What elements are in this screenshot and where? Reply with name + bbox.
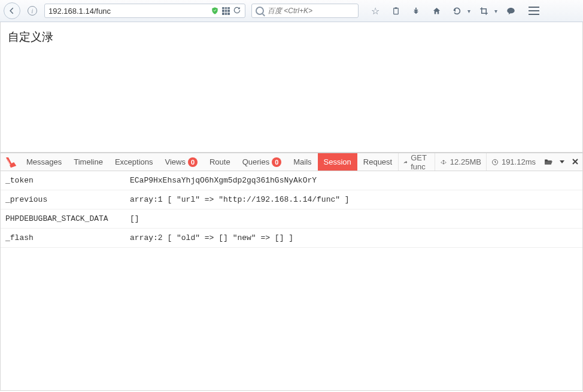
meta-request[interactable]: GET func [398, 153, 435, 171]
tab-mails[interactable]: Mails [287, 153, 317, 171]
tab-session[interactable]: Session [318, 153, 357, 171]
tab-queries-label: Queries [242, 157, 270, 166]
close-icon[interactable] [572, 157, 579, 167]
page-heading: 自定义渌 [8, 29, 575, 45]
url-input[interactable] [45, 7, 207, 16]
debugbar-header: Messages Timeline Exceptions Views 0 Rou… [1, 153, 582, 171]
session-key: _flash [5, 233, 130, 242]
menu-icon[interactable] [529, 7, 539, 15]
shield-icon[interactable] [211, 7, 219, 15]
nav-buttons [4, 2, 20, 19]
meta-memory-text: 12.25MB [450, 157, 481, 166]
debugbar-tabs: Messages Timeline Exceptions Views 0 Rou… [20, 153, 398, 171]
qr-icon[interactable] [222, 7, 230, 15]
tab-messages[interactable]: Messages [20, 153, 68, 171]
browser-toolbar: i ☆ ▾ ▾ [0, 0, 583, 22]
download-icon[interactable] [409, 4, 423, 18]
session-value: array:1 [ "url" => "http://192.168.1.14/… [130, 195, 578, 204]
tab-request[interactable]: Request [357, 153, 398, 171]
tab-route[interactable]: Route [204, 153, 236, 171]
tab-exceptions[interactable]: Exceptions [109, 153, 159, 171]
debugbar-body: _token ECaP9HxEhsaYhjqO6hXgm5dp2gq361hGs… [1, 171, 582, 390]
session-value: ECaP9HxEhsaYhjqO6hXgm5dp2gq361hGsNyAkOrY [130, 176, 578, 185]
crop-dropdown-icon[interactable]: ▾ [494, 8, 497, 14]
svg-rect-0 [393, 8, 398, 14]
meta-time: 191.12ms [486, 153, 541, 171]
session-key: _token [5, 176, 130, 185]
session-value: array:2 [ "old" => [] "new" => [] ] [130, 233, 578, 242]
url-bar-icons [207, 6, 245, 16]
info-icon[interactable]: i [28, 6, 37, 16]
debugbar-meta: GET func 12.25MB 191.12ms [398, 153, 582, 171]
refresh-icon[interactable] [233, 6, 241, 16]
svg-rect-1 [394, 7, 397, 9]
session-key: PHPDEBUGBAR_STACK_DATA [5, 214, 130, 223]
meta-request-text: GET func [411, 153, 430, 171]
toolbar-right-icons: ☆ ▾ ▾ [368, 4, 539, 18]
meta-time-text: 191.12ms [502, 157, 536, 166]
star-icon[interactable]: ☆ [368, 4, 382, 18]
tab-views[interactable]: Views 0 [159, 153, 204, 171]
search-icon [256, 7, 264, 15]
debugbar: Messages Timeline Exceptions Views 0 Rou… [0, 153, 583, 391]
search-input[interactable] [268, 7, 358, 15]
clipboard-icon[interactable] [388, 4, 403, 18]
session-row[interactable]: PHPDEBUGBAR_STACK_DATA [] [1, 209, 582, 229]
home-icon[interactable] [429, 4, 444, 18]
tab-timeline[interactable]: Timeline [68, 153, 109, 171]
session-key: _previous [5, 195, 130, 204]
undo-icon[interactable] [450, 4, 464, 18]
session-row[interactable]: _flash array:2 [ "old" => [] "new" => []… [1, 229, 582, 248]
tab-queries[interactable]: Queries 0 [236, 153, 288, 171]
queries-badge: 0 [272, 157, 281, 167]
url-bar [44, 4, 245, 18]
debugbar-controls [541, 157, 582, 167]
meta-memory: 12.25MB [435, 153, 486, 171]
folder-icon[interactable] [544, 157, 552, 167]
session-row[interactable]: _token ECaP9HxEhsaYhjqO6hXgm5dp2gq361hGs… [1, 171, 582, 190]
session-row[interactable]: _previous array:1 [ "url" => "http://192… [1, 190, 582, 209]
views-badge: 0 [188, 157, 198, 167]
bubble-icon[interactable] [503, 4, 518, 18]
page-content: 自定义渌 [0, 22, 583, 153]
session-value: [] [130, 214, 578, 223]
collapse-icon[interactable] [558, 157, 566, 167]
tab-views-label: Views [165, 157, 186, 166]
back-button[interactable] [4, 2, 20, 19]
crop-icon[interactable] [476, 4, 491, 18]
undo-dropdown-icon[interactable]: ▾ [467, 8, 470, 14]
laravel-logo-icon[interactable] [1, 153, 20, 171]
search-bar [251, 4, 359, 18]
